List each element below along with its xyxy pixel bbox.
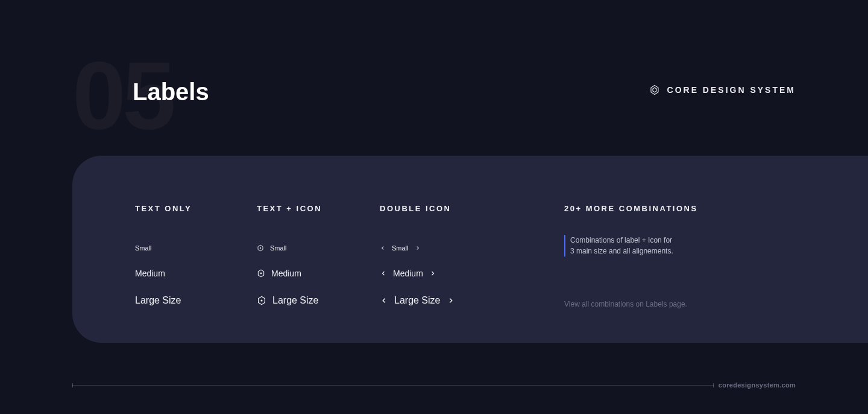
label-text: Medium <box>271 269 301 278</box>
chevron-left-icon <box>380 245 386 251</box>
view-all-link[interactable]: View all combinations on Labels page. <box>564 300 745 308</box>
label-small: Small <box>135 244 257 252</box>
columns-container: TEXT ONLY Small Medium Large Size TEXT +… <box>135 204 868 308</box>
column-more-combinations: 20+ MORE COMBINATIONS Combinations of la… <box>564 204 745 308</box>
label-text: Large Size <box>272 295 319 306</box>
labels-panel: TEXT ONLY Small Medium Large Size TEXT +… <box>72 156 868 343</box>
column-text-icon: TEXT + ICON Small Medium <box>257 204 380 308</box>
svg-point-0 <box>260 247 261 249</box>
label-text: Medium <box>393 269 423 278</box>
brand-label: CORE DESIGN SYSTEM <box>667 85 796 95</box>
hexagon-icon <box>257 269 265 278</box>
column-heading: DOUBLE ICON <box>380 204 564 213</box>
footer-url: coredesignsystem.com <box>719 381 796 389</box>
label-text: Large Size <box>135 295 181 306</box>
chevron-right-icon <box>429 270 436 277</box>
column-heading: TEXT ONLY <box>135 204 257 213</box>
svg-point-1 <box>260 273 262 274</box>
label-text: Large Size <box>394 295 441 306</box>
chevron-right-icon <box>447 296 455 305</box>
desc-line: 3 main size and all alignements. <box>570 246 745 256</box>
label-small: Small <box>257 244 380 252</box>
more-description: Combinations of label + Icon for 3 main … <box>564 235 745 256</box>
label-text: Small <box>392 244 409 252</box>
hexagon-logo-icon <box>649 84 660 95</box>
column-double-icon: DOUBLE ICON Small Medium <box>380 204 564 308</box>
label-large: Large Size <box>135 295 257 306</box>
label-text: Medium <box>135 269 165 278</box>
label-large: Large Size <box>257 295 380 306</box>
chevron-left-icon <box>380 296 388 305</box>
label-medium: Medium <box>135 269 257 278</box>
section-title: Labels <box>133 78 209 106</box>
label-small: Small <box>380 244 564 252</box>
chevron-left-icon <box>380 270 387 277</box>
chevron-right-icon <box>415 245 421 251</box>
footer-divider <box>72 385 714 386</box>
column-heading: TEXT + ICON <box>257 204 380 213</box>
section-header: 05 Labels CORE DESIGN SYSTEM <box>72 53 796 126</box>
label-text: Small <box>270 244 287 252</box>
hexagon-icon <box>257 296 266 305</box>
label-text: Small <box>135 244 152 252</box>
svg-point-2 <box>261 300 262 301</box>
label-large: Large Size <box>380 295 564 306</box>
label-medium: Medium <box>380 269 564 278</box>
column-heading: 20+ MORE COMBINATIONS <box>564 204 745 213</box>
column-text-only: TEXT ONLY Small Medium Large Size <box>135 204 257 308</box>
desc-line: Combinations of label + Icon for <box>570 235 745 246</box>
hexagon-icon <box>257 244 264 252</box>
label-medium: Medium <box>257 269 380 278</box>
footer: coredesignsystem.com <box>72 381 796 389</box>
brand: CORE DESIGN SYSTEM <box>649 84 796 95</box>
